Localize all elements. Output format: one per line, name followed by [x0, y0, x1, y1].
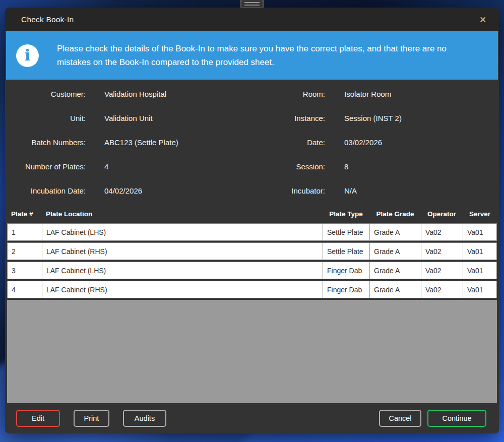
footer-bar: Edit Print Audits Cancel Continue	[5, 403, 499, 433]
cell-plate-location: LAF Cabinet (RHS)	[42, 281, 323, 298]
page-title: Check Book-In	[21, 15, 74, 24]
cell-plate-grade: Grade A	[370, 262, 421, 279]
column-header-plate-grade: Plate Grade	[369, 210, 421, 218]
details-left-column: Customer: Validation Hospital Unit: Vali…	[5, 82, 252, 204]
field-label: Date:	[252, 138, 325, 147]
table-row[interactable]: 4 LAF Cabinet (RHS) Finger Dab Grade A V…	[7, 281, 497, 298]
cell-operator: Va02	[421, 281, 463, 298]
field-value: Validation Hospital	[104, 90, 252, 98]
field-label: Number of Plates:	[5, 162, 86, 171]
field-value: ABC123 (Settle Plate)	[104, 138, 252, 147]
field-unit: Unit: Validation Unit	[5, 106, 252, 130]
field-incubator: Incubator: N/A	[252, 178, 499, 203]
field-batch-numbers: Batch Numbers: ABC123 (Settle Plate)	[5, 130, 252, 154]
cancel-button[interactable]: Cancel	[379, 410, 421, 427]
cell-plate-type: Finger Dab	[323, 281, 370, 298]
field-value: Isolator Room	[344, 90, 499, 98]
field-label: Incubation Date:	[5, 186, 86, 195]
cell-plate-number: 3	[8, 262, 42, 279]
info-banner-text: Please check the details of the Book-In …	[57, 42, 478, 69]
cell-plate-grade: Grade A	[370, 224, 421, 240]
column-header-plate-location: Plate Location	[42, 210, 323, 218]
bookin-details: Customer: Validation Hospital Unit: Vali…	[5, 80, 499, 204]
field-date: Date: 03/02/2026	[252, 130, 499, 154]
titlebar: Check Book-In ✕	[5, 8, 499, 31]
cell-server: Va01	[463, 243, 496, 260]
field-incubation-date: Incubation Date: 04/02/2026	[5, 178, 252, 203]
footer-right-buttons: Cancel Continue	[379, 410, 486, 427]
field-label: Session:	[252, 162, 325, 171]
cell-operator: Va02	[421, 262, 463, 279]
field-session: Session: 8	[252, 154, 499, 178]
details-right-column: Room: Isolator Room Instance: Session (I…	[252, 82, 499, 204]
continue-button[interactable]: Continue	[427, 410, 486, 427]
field-number-of-plates: Number of Plates: 4	[5, 154, 252, 178]
column-header-server: Server	[463, 210, 497, 218]
field-value: Session (INST 2)	[344, 114, 499, 122]
field-instance: Instance: Session (INST 2)	[252, 106, 499, 130]
field-value: N/A	[344, 186, 499, 195]
field-value: 8	[344, 162, 499, 171]
field-label: Instance:	[252, 114, 325, 122]
cell-plate-location: LAF Cabinet (RHS)	[42, 243, 323, 260]
print-button[interactable]: Print	[74, 410, 109, 427]
field-label: Batch Numbers:	[5, 138, 86, 147]
field-room: Room: Isolator Room	[252, 82, 499, 106]
cell-plate-number: 2	[8, 243, 42, 260]
field-value: Validation Unit	[104, 114, 252, 122]
cell-operator: Va02	[421, 224, 463, 240]
field-label: Incubator:	[252, 186, 325, 195]
field-value: 04/02/2026	[104, 186, 252, 195]
cell-plate-location: LAF Cabinet (LHS)	[42, 262, 323, 279]
field-value: 03/02/2026	[344, 138, 499, 147]
column-header-operator: Operator	[421, 210, 463, 218]
cell-operator: Va02	[421, 243, 463, 260]
column-header-plate-number: Plate #	[7, 210, 42, 218]
edit-button[interactable]: Edit	[16, 410, 60, 427]
cell-server: Va01	[463, 262, 496, 279]
cell-plate-grade: Grade A	[370, 281, 421, 298]
footer-left-buttons: Edit Print Audits	[16, 410, 166, 427]
check-book-in-dialog: Check Book-In ✕ i Please check the detai…	[5, 8, 499, 433]
plates-table: 1 LAF Cabinet (LHS) Settle Plate Grade A…	[7, 223, 497, 300]
cell-plate-number: 4	[8, 281, 42, 298]
info-banner: i Please check the details of the Book-I…	[6, 31, 498, 80]
cell-plate-type: Settle Plate	[323, 224, 370, 240]
cell-plate-type: Settle Plate	[323, 243, 370, 260]
table-row[interactable]: 3 LAF Cabinet (LHS) Finger Dab Grade A V…	[7, 262, 497, 279]
cell-plate-grade: Grade A	[370, 243, 421, 260]
cell-server: Va01	[463, 224, 496, 240]
cell-plate-location: LAF Cabinet (LHS)	[42, 224, 323, 240]
field-value: 4	[104, 162, 252, 171]
table-row[interactable]: 2 LAF Cabinet (RHS) Settle Plate Grade A…	[7, 242, 497, 260]
cell-plate-type: Finger Dab	[323, 262, 370, 279]
table-row[interactable]: 1 LAF Cabinet (LHS) Settle Plate Grade A…	[7, 223, 497, 241]
field-label: Customer:	[5, 90, 86, 98]
close-icon[interactable]: ✕	[475, 12, 491, 28]
field-customer: Customer: Validation Hospital	[5, 82, 252, 106]
field-label: Room:	[252, 90, 325, 98]
field-label: Unit:	[5, 114, 86, 122]
audits-button[interactable]: Audits	[123, 410, 166, 427]
table-empty-area	[7, 300, 497, 403]
column-header-plate-type: Plate Type	[323, 210, 369, 218]
window-drag-handle-icon[interactable]	[240, 0, 264, 8]
info-icon: i	[16, 44, 39, 67]
cell-plate-number: 1	[8, 224, 42, 240]
cell-server: Va01	[463, 281, 496, 298]
plates-table-header: Plate # Plate Location Plate Type Plate …	[7, 204, 497, 223]
